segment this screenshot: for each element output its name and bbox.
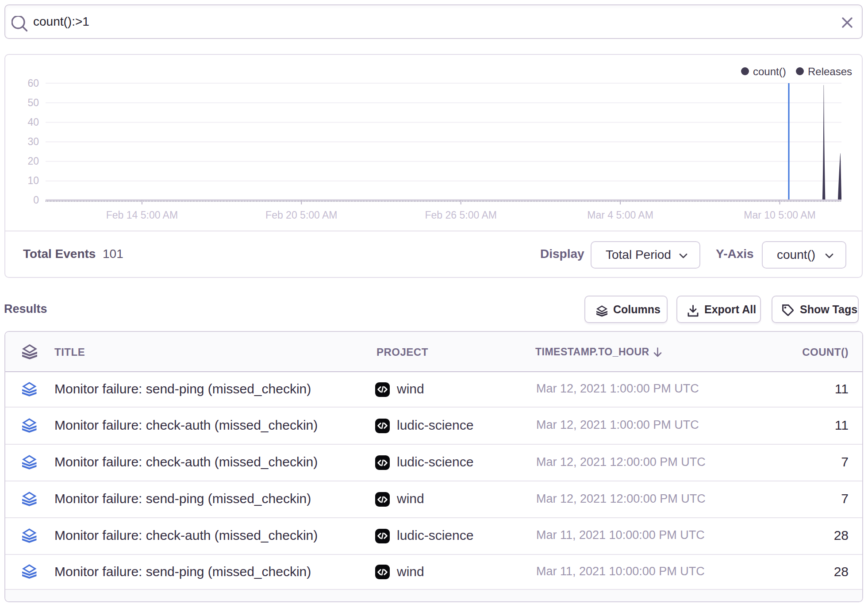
svg-text:Feb 14 5:00 AM: Feb 14 5:00 AM xyxy=(106,209,178,221)
svg-text:60: 60 xyxy=(27,77,39,89)
svg-text:count(): count() xyxy=(753,65,786,77)
svg-text:50: 50 xyxy=(27,97,39,108)
svg-text:Releases: Releases xyxy=(808,65,852,77)
svg-text:30: 30 xyxy=(27,136,39,147)
svg-text:0: 0 xyxy=(33,194,39,206)
svg-text:20: 20 xyxy=(27,155,39,167)
svg-text:Mar 10 5:00 AM: Mar 10 5:00 AM xyxy=(744,209,815,221)
svg-text:Mar 4 5:00 AM: Mar 4 5:00 AM xyxy=(587,209,653,221)
svg-text:10: 10 xyxy=(27,175,39,186)
svg-text:Feb 26 5:00 AM: Feb 26 5:00 AM xyxy=(425,209,497,221)
svg-text:Feb 20 5:00 AM: Feb 20 5:00 AM xyxy=(265,209,337,221)
svg-text:40: 40 xyxy=(27,116,39,128)
